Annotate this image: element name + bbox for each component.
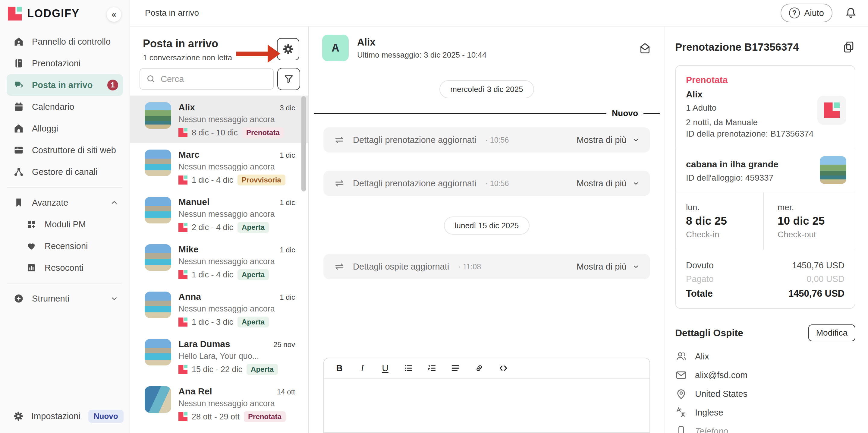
sidebar-item-recensioni[interactable]: Recensioni xyxy=(19,235,123,257)
property-thumbnail xyxy=(145,386,171,413)
conversation-row[interactable]: Ana Rel14 ott Nessun messaggio ancora 28… xyxy=(130,380,308,427)
chevron-up-icon xyxy=(110,199,118,206)
conversation-row[interactable]: Mike1 dic Nessun messaggio ancora 1 dic … xyxy=(130,238,308,285)
sidebar-divider xyxy=(7,187,122,187)
code-button[interactable] xyxy=(498,363,508,373)
sidebar-item-pannello-di-controllo[interactable]: Pannello di controllo xyxy=(7,31,123,53)
checkin-column: lun. 8 dic 25 Check-in xyxy=(676,192,763,250)
conversation-row[interactable]: Manuel1 dic Nessun messaggio ancora 2 di… xyxy=(130,190,308,238)
conversation-date: 1 dic xyxy=(280,293,295,301)
stay-range: 28 ott - 29 ott xyxy=(192,412,240,422)
inbox-settings-button[interactable] xyxy=(277,38,299,60)
conversation-guest-name: Alix xyxy=(357,36,487,48)
conversation-row[interactable]: Marc1 dic Nessun messaggio ancora 1 dic … xyxy=(130,143,308,190)
guest-detail-row: alix@fsd.com xyxy=(675,369,855,382)
guest-detail-row: Alix xyxy=(675,350,855,363)
pin-icon xyxy=(675,388,687,400)
numbered-list-button[interactable] xyxy=(427,363,437,373)
chevron-down-icon xyxy=(632,179,640,187)
conversation-date: 25 nov xyxy=(273,340,295,349)
help-button[interactable]: ? Aiuto xyxy=(781,4,832,22)
search-box xyxy=(140,68,274,90)
guest-name: Manuel xyxy=(179,197,210,207)
sidebar-item-avanzate[interactable]: Avanzate xyxy=(7,192,123,213)
unread-count-badge: 1 xyxy=(107,80,118,90)
property-thumbnail xyxy=(145,102,171,129)
sidebar-item-label: Calendario xyxy=(32,102,74,112)
underline-button[interactable]: U xyxy=(381,363,390,373)
bullet-list-button[interactable] xyxy=(404,363,413,373)
bold-button[interactable]: B xyxy=(335,363,344,373)
sidebar-item-calendario[interactable]: Calendario xyxy=(7,96,123,118)
lodgify-source-icon xyxy=(179,365,187,374)
avatar: A xyxy=(322,35,349,61)
status-badge: Aperta xyxy=(238,269,269,280)
timeline-event[interactable]: Dettagli prenotazione aggiornati · 10:56… xyxy=(323,171,650,196)
sidebar-item-label: Posta in arrivo xyxy=(32,80,93,90)
stay-range: 1 dic - 4 dic xyxy=(192,270,233,280)
scrollbar-thumb[interactable] xyxy=(301,96,306,192)
sidebar-item-label: Gestore di canali xyxy=(32,167,98,177)
sidebar-item-label: Avanzate xyxy=(32,198,68,208)
message-preview: Nessun messaggio ancora xyxy=(179,115,295,124)
sidebar-item-gestore-di-canali[interactable]: Gestore di canali xyxy=(7,161,123,183)
booking-id: ID della prenotazione: B17356374 xyxy=(686,129,844,139)
translate-icon xyxy=(675,406,687,418)
sidebar-collapse-button[interactable]: « xyxy=(107,7,121,22)
bell-icon[interactable] xyxy=(844,7,857,19)
sidebar: LODGIFY « Pannello di controllo Prenotaz… xyxy=(0,0,130,433)
sidebar-item-posta-in-arrivo[interactable]: Posta in arrivo 1 xyxy=(7,74,123,96)
date-separator-chip: lunedì 15 dic 2025 xyxy=(444,216,530,235)
show-more-label: Mostra di più xyxy=(577,262,627,272)
mark-unread-button[interactable] xyxy=(638,41,652,55)
search-input[interactable] xyxy=(161,74,267,84)
search-icon xyxy=(146,74,156,84)
mail-icon xyxy=(675,369,687,381)
sidebar-item-prenotazioni[interactable]: Prenotazioni xyxy=(7,53,123,74)
timeline-event[interactable]: Dettagli prenotazione aggiornati · 10:56… xyxy=(323,127,650,152)
conversation-header: A Alix Ultimo messaggio: 3 dic 2025 - 10… xyxy=(309,27,664,69)
checkout-column: mer. 10 dic 25 Check-out xyxy=(763,192,855,250)
sidebar-item-alloggi[interactable]: Alloggi xyxy=(7,118,123,139)
funnel-icon xyxy=(283,74,294,84)
sidebar-nav: Pannello di controllo Prenotazioni Posta… xyxy=(0,26,130,427)
sidebar-item-moduli-pm[interactable]: Moduli PM xyxy=(19,213,123,235)
timeline-event[interactable]: Dettagli ospite aggiornati · 11:08 Mostr… xyxy=(323,254,650,279)
conversation-row[interactable]: Lara Dumas25 nov Hello Lara, Your quo...… xyxy=(130,332,308,380)
italic-button[interactable]: I xyxy=(358,363,367,373)
event-time: · 10:56 xyxy=(486,136,509,144)
property-thumbnail xyxy=(145,197,171,224)
show-more-label: Mostra di più xyxy=(577,135,627,145)
align-button[interactable] xyxy=(451,363,460,373)
link-button[interactable] xyxy=(474,363,484,373)
guest-detail-text: Telefono xyxy=(695,426,728,433)
payment-row-total: Totale 1450,76 USD xyxy=(686,288,844,299)
chevron-down-icon xyxy=(110,295,118,302)
sidebar-item-costruttore-di-siti-web[interactable]: Costruttore di siti web xyxy=(7,139,123,161)
copy-icon[interactable] xyxy=(842,40,855,54)
guest-detail-text: Inglese xyxy=(695,408,723,417)
show-more-button[interactable]: Mostra di più xyxy=(577,178,640,189)
sidebar-item-label: Recensioni xyxy=(44,241,88,251)
lodgify-source-icon xyxy=(179,128,187,137)
filter-button[interactable] xyxy=(277,68,300,90)
sidebar-item-resoconti[interactable]: Resoconti xyxy=(19,257,123,279)
sidebar-item-strumenti[interactable]: Strumenti xyxy=(7,288,123,309)
status-badge: Prenotata xyxy=(244,411,286,422)
channels-icon xyxy=(13,167,24,177)
show-more-button[interactable]: Mostra di più xyxy=(577,135,640,145)
message-preview: Nessun messaggio ancora xyxy=(179,209,295,219)
conversation-panel: A Alix Ultimo messaggio: 3 dic 2025 - 10… xyxy=(309,27,664,433)
show-more-button[interactable]: Mostra di più xyxy=(577,262,640,272)
question-icon: ? xyxy=(789,7,800,19)
status-badge: Provvisoria xyxy=(238,175,285,185)
conversation-row[interactable]: Anna1 dic Nessun messaggio ancora 1 dic … xyxy=(130,285,308,332)
property-thumbnail xyxy=(145,149,171,176)
property-thumbnail xyxy=(820,156,846,184)
sidebar-item-label: Costruttore di siti web xyxy=(32,145,116,155)
sidebar-item-impostazioni[interactable]: Impostazioni Nuovo xyxy=(7,405,123,427)
edit-guest-button[interactable]: Modifica xyxy=(808,324,855,341)
conversation-row[interactable]: Alix3 dic Nessun messaggio ancora 8 dic … xyxy=(130,95,308,143)
conversation-body: mercoledì 3 dic 2025 Nuovo Dettagli pren… xyxy=(309,69,664,433)
message-input[interactable] xyxy=(324,379,650,432)
